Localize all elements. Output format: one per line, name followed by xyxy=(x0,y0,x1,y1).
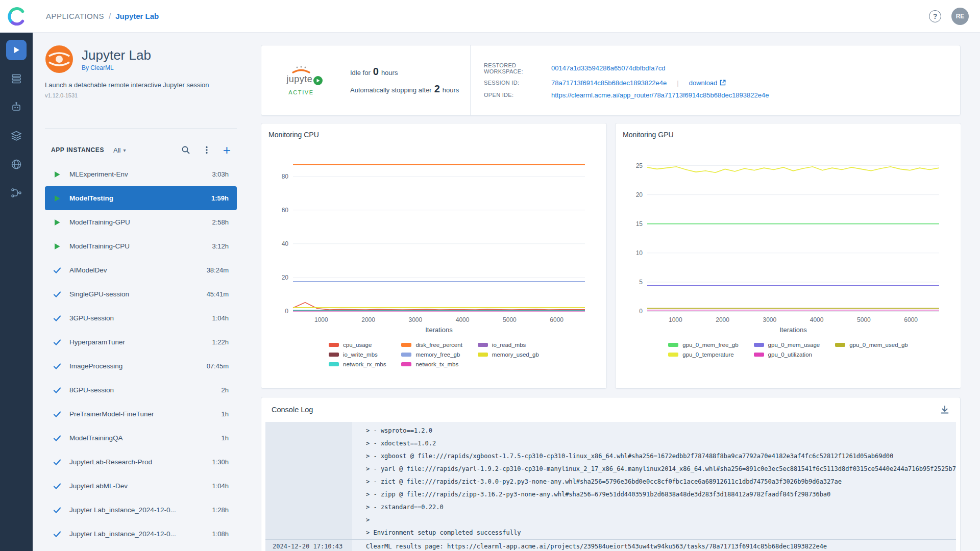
instances-filter-dropdown[interactable]: All ▾ xyxy=(113,146,126,154)
legend-item[interactable]: disk_free_percent xyxy=(401,342,462,348)
add-instance-button[interactable]: + xyxy=(223,145,231,155)
list-item[interactable]: ModelTrainingQA 1h xyxy=(45,426,237,450)
instance-name: Jupyter Lab_instance_2024-12-0... xyxy=(69,506,176,514)
status-icon xyxy=(53,386,62,394)
app-instances-header: APP INSTANCES All ▾ + xyxy=(45,140,237,160)
instance-duration: 1:04h xyxy=(207,482,229,490)
app-instances-list: MLExperiment-Env 3:03h ModelTesting 1:59… xyxy=(45,162,237,546)
log-result-text: ClearML results page: https://clearml-ap… xyxy=(366,540,827,551)
svg-text:2000: 2000 xyxy=(361,316,375,323)
status-icon xyxy=(53,194,62,203)
app-header: Jupyter Lab By ClearML xyxy=(45,45,237,73)
list-item[interactable]: ImageProcessing 07:45m xyxy=(45,354,237,378)
list-item[interactable]: JupyterLab-Research-Prod 1:30h xyxy=(45,450,237,474)
search-icon[interactable] xyxy=(181,145,190,155)
clearml-logo[interactable] xyxy=(0,7,33,26)
open-ide-link[interactable]: https://clearml.acme.ai/app_router/78a71… xyxy=(551,91,769,99)
gpu-chart-card: Monitoring GPU 0510152025100020003000400… xyxy=(615,123,961,389)
list-item[interactable]: JupyterLabML-Dev 1:04h xyxy=(45,474,237,498)
session-id-link[interactable]: 78a71713f6914c85b68dec1893822e4e xyxy=(551,79,667,87)
restored-workspace-link[interactable]: 00147a1d33594286a65074dbfbdfa7cd xyxy=(551,64,665,72)
help-icon[interactable]: ? xyxy=(929,10,941,22)
list-item[interactable]: 8GPU-session 2h xyxy=(45,378,237,402)
external-link-icon xyxy=(720,80,726,86)
list-item[interactable]: Jupyter Lab_instance_2024-12-0... 1:08h xyxy=(45,522,237,546)
legend-item[interactable]: memory_free_gb xyxy=(401,352,462,358)
list-item[interactable]: AIModelDev 38:24m xyxy=(45,258,237,282)
completed-check-icon xyxy=(53,434,61,442)
svg-text:Iterations: Iterations xyxy=(779,326,807,334)
console-log-area[interactable]: > - wsproto==1.2.0> - xdoctest==1.0.2> -… xyxy=(265,422,956,551)
completed-check-icon xyxy=(53,338,61,346)
idle-line: Idle for 0 hours xyxy=(350,66,470,78)
legend-swatch xyxy=(329,362,339,366)
legend-swatch xyxy=(668,343,678,347)
svg-text:5000: 5000 xyxy=(503,316,517,323)
status-icon xyxy=(53,242,62,251)
idle-value: 0 xyxy=(373,66,379,78)
log-line: > - zstandard==0.22.0 xyxy=(265,501,956,514)
svg-text:0: 0 xyxy=(285,308,288,315)
nav-pipelines[interactable] xyxy=(6,183,27,203)
status-icon xyxy=(53,314,62,322)
log-line: > - wsproto==1.2.0 xyxy=(265,424,956,437)
monitoring-charts: Monitoring CPU 0204060801000200030004000… xyxy=(261,123,961,389)
legend-item[interactable]: gpu_0_utilization xyxy=(754,352,820,358)
list-item[interactable]: HyperparamTuner 1:22h xyxy=(45,330,237,354)
log-line: > - xgboost @ file:///rapids/xgboost-1.7… xyxy=(265,450,956,463)
svg-text:Iterations: Iterations xyxy=(425,326,453,334)
avatar[interactable]: RE xyxy=(951,8,969,25)
list-item[interactable]: 3GPU-session 1:04h xyxy=(45,306,237,330)
more-menu-icon[interactable] xyxy=(203,145,211,155)
list-item[interactable]: PreTrainerModel-FineTuner 1h xyxy=(45,402,237,426)
breadcrumb-applications[interactable]: APPLICATIONS xyxy=(46,12,104,20)
legend-item[interactable]: io_write_mbs xyxy=(329,352,386,358)
nav-hyper-datasets[interactable] xyxy=(6,154,27,174)
restored-workspace-row: RESTORED WORKSPACE: 00147a1d33594286a650… xyxy=(484,62,952,74)
legend-item[interactable]: io_read_mbs xyxy=(478,342,539,348)
legend-item[interactable]: gpu_0_mem_used_gb xyxy=(835,342,908,348)
list-item[interactable]: MLExperiment-Env 3:03h xyxy=(45,162,237,186)
nav-queues[interactable] xyxy=(6,68,27,89)
list-item[interactable]: ModelTraining-GPU 2:58h xyxy=(45,210,237,234)
list-item[interactable]: ModelTraining-CPU 3:12h xyxy=(45,234,237,258)
log-line: > - xdoctest==1.0.2 xyxy=(265,437,956,450)
legend-swatch xyxy=(835,343,845,347)
legend-item[interactable]: cpu_usage xyxy=(329,342,386,348)
nav-models[interactable] xyxy=(6,97,27,117)
svg-text:6000: 6000 xyxy=(904,316,918,323)
running-play-icon xyxy=(53,170,61,179)
instance-name: SingleGPU-session xyxy=(69,290,129,298)
svg-text:20: 20 xyxy=(636,191,643,198)
legend-item[interactable]: memory_used_gb xyxy=(478,352,539,358)
download-link[interactable]: download xyxy=(689,79,726,87)
status-icon xyxy=(53,290,62,298)
instance-duration: 38:24m xyxy=(202,266,229,274)
svg-text:10: 10 xyxy=(636,249,643,257)
stop-value: 2 xyxy=(434,83,440,95)
legend-swatch xyxy=(329,343,339,347)
legend-item[interactable]: network_tx_mbs xyxy=(401,361,462,367)
app-instances-title: APP INSTANCES xyxy=(51,146,104,154)
list-item[interactable]: Jupyter Lab_instance_2024-12-0... 1:28h xyxy=(45,498,237,522)
breadcrumb-separator: / xyxy=(109,12,111,20)
legend-item[interactable]: network_rx_mbs xyxy=(329,361,386,367)
nav-rail xyxy=(0,33,33,551)
legend-item[interactable]: gpu_0_mem_usage xyxy=(754,342,820,348)
log-line: > - yarl @ file:///rapids/yarl-1.9.2-cp3… xyxy=(265,463,956,475)
main-content: jupyter ACTIVE Idle for 0 hours Automati… xyxy=(261,33,961,551)
download-log-icon[interactable] xyxy=(940,405,950,415)
idle-info: Idle for 0 hours Automatically stopping … xyxy=(350,66,470,95)
status-icon xyxy=(53,434,62,442)
list-item[interactable]: ModelTesting 1:59h xyxy=(45,186,237,210)
console-log-card: Console Log > - wsproto==1.2.0> - xdocte… xyxy=(261,397,961,551)
cpu-chart-title: Monitoring CPU xyxy=(268,131,599,139)
list-item[interactable]: SingleGPU-session 45:41m xyxy=(45,282,237,306)
by-clearml-link[interactable]: By ClearML xyxy=(82,64,151,71)
legend-item[interactable]: gpu_0_mem_free_gb xyxy=(668,342,738,348)
legend-item[interactable]: gpu_0_temperature xyxy=(668,352,738,358)
legend-label: gpu_0_mem_usage xyxy=(768,342,820,348)
nav-datasets[interactable] xyxy=(6,126,27,146)
nav-applications[interactable] xyxy=(6,40,27,60)
legend-swatch xyxy=(478,343,488,347)
